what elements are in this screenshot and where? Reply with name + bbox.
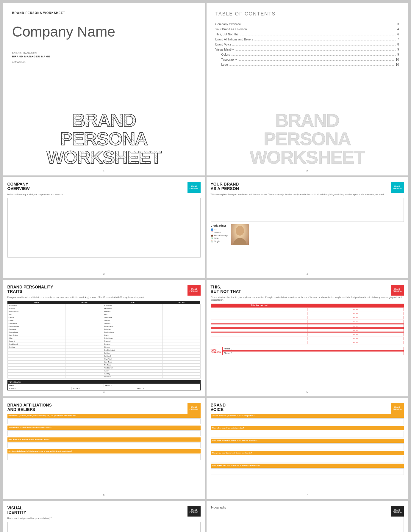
tnt-this-3[interactable]: [211, 316, 307, 319]
affil-a2[interactable]: [7, 430, 201, 436]
tnt-not-1: but not: [307, 307, 404, 311]
salary-icon: 💲: [211, 237, 213, 240]
tnt-this-9[interactable]: [211, 341, 307, 344]
phrase-1[interactable]: Phrase 1: [222, 347, 404, 351]
toc-label-3: Brand Affiliations and Beliefs: [215, 38, 253, 41]
page-company-overview: BRANDPERSONA COMPANYOVERVIEW Write a bri…: [3, 177, 205, 278]
visual-title: VISUALIDENTITY: [7, 506, 55, 515]
tnt-row-4: but not: [211, 320, 404, 324]
tnt-this-4[interactable]: [211, 320, 307, 324]
tnt-row-3: but not: [211, 316, 404, 319]
age-icon: 👤: [211, 228, 213, 231]
brand-badge-person: BRANDPERSONA: [391, 182, 404, 193]
person-photo: [231, 224, 249, 245]
top2-phrases: Phrase 1 Phrase 2: [222, 347, 404, 356]
toc-label-1: Your Brand as a Person: [215, 28, 247, 31]
overview-content-box[interactable]: [7, 198, 201, 258]
traits-col-trait2: TRAIT: [103, 301, 163, 304]
tnt-this-1[interactable]: [211, 307, 307, 311]
toc-dots-7: [238, 60, 395, 61]
brand-badge-voice: BRANDPERSONA: [391, 403, 404, 414]
table-row: BoldFun: [7, 313, 200, 316]
typography-box[interactable]: [211, 511, 404, 532]
tnt-this-7[interactable]: [211, 332, 307, 336]
traits-top5-row1: TRAIT 1 TRAIT 2: [8, 384, 200, 387]
visual-main-box[interactable]: [7, 522, 201, 532]
affil-q1: What ideals (political, social, environm…: [7, 414, 201, 418]
tnt-this-2[interactable]: [211, 312, 307, 315]
page-this-not-that: BRANDPERSONA THIS,BUT NOT THAT Choose ad…: [207, 280, 408, 396]
voice-title: BRANDVOICE: [211, 403, 258, 412]
toc-big-text: BRANDPERSONAWORKSHEET: [207, 111, 408, 167]
person-age: 35: [214, 228, 217, 230]
page-grid: BRAND PERSONA WORKSHEET Company Name BRA…: [3, 3, 408, 532]
traits-col-score1: SCORE: [65, 301, 103, 304]
trait-5: TRAIT 5: [136, 387, 200, 390]
svg-point-1: [236, 226, 244, 236]
toc-item-3: Brand Affiliations and Beliefs 7: [215, 38, 399, 41]
toc-label-7: Typography: [221, 58, 237, 61]
tnt-not-5: but not: [307, 324, 404, 328]
tnt-this-6[interactable]: [211, 328, 307, 332]
affil-a3[interactable]: [7, 442, 201, 448]
toc-page-0: 3: [397, 23, 399, 26]
table-row: ElegantRugged: [7, 340, 200, 343]
tnt-not-8: but not: [307, 337, 404, 340]
table-row: EdgyRebellious: [7, 337, 200, 340]
voice-a1[interactable]: [211, 418, 404, 425]
tnt-description: Choose adjectives that describe your key…: [211, 296, 404, 301]
toc-label-0: Company Overview: [215, 23, 241, 26]
table-row: AltruisticFeminine: [7, 307, 200, 310]
brand-person-title: YOUR BRANDAS A PERSON: [211, 182, 258, 191]
tnt-content: This, but not that. but not but not but …: [211, 304, 404, 344]
voice-a2[interactable]: [211, 431, 404, 437]
tnt-this-5[interactable]: [211, 324, 307, 328]
cover-date: 00/00/0000: [12, 61, 196, 64]
trait-2: TRAIT 2: [104, 384, 200, 387]
toc-item-6: Colors 9: [215, 53, 399, 56]
affil-a4[interactable]: [7, 454, 201, 460]
trait-1: TRAIT 1: [8, 384, 104, 387]
toc-label-6: Colors: [221, 53, 230, 56]
table-row: Warm: [7, 369, 200, 372]
voice-q3: What voice would not appeal to your targ…: [211, 439, 404, 443]
brand-person-content-box[interactable]: [211, 198, 404, 222]
traits-top5-row2: TRAIT 3 TRAIT 4 TRAIT 5: [8, 387, 200, 390]
traits-top5-header: TOP 5 TRAITS: [8, 381, 200, 384]
table-row: CaringMasculine: [7, 316, 200, 319]
toc-label-5: Visual Identity: [215, 48, 234, 51]
cover-company-name: Company Name: [12, 23, 196, 40]
cover-page-number: 1: [103, 170, 104, 172]
toc-big-text-area: BRANDPERSONAWORKSHEET: [207, 111, 408, 167]
toc-page-6: 9: [397, 53, 399, 56]
tnt-row-8: but not: [211, 337, 404, 340]
overview-title: COMPANYOVERVIEW: [7, 182, 55, 191]
person-salary: $85k: [214, 237, 219, 239]
affil-a1[interactable]: [7, 418, 201, 424]
cover-big-text: BRANDPERSONAWORKSHEET: [3, 111, 205, 167]
traits-col-trait1: TRAIT: [7, 301, 65, 304]
table-row: EstablishedSerious: [7, 343, 200, 346]
toc-label-4: Brand Voice: [215, 43, 232, 46]
toc-item-4: Brand Voice 8: [215, 43, 399, 46]
traits-title: BRAND PERSONALITY TRAITS: [7, 285, 55, 294]
voice-a3[interactable]: [211, 443, 404, 450]
tnt-this-8[interactable]: [211, 337, 307, 340]
tnt-not-7: but not: [307, 332, 404, 336]
affil-content: What ideals (political, social, environm…: [7, 414, 201, 460]
voice-a5[interactable]: [211, 468, 404, 475]
voice-q5: What makes your voice different from you…: [211, 464, 404, 468]
tnt-row-2: but not: [211, 312, 404, 315]
brand-badge-traits: BRANDPERSONA: [187, 285, 201, 296]
traits-col-score2: SCORE: [162, 301, 200, 304]
toc-item-5: Visual Identity 9: [215, 48, 399, 51]
voice-a4[interactable]: [211, 456, 404, 462]
phrase-2[interactable]: Phrase 2: [222, 351, 404, 355]
page-personality-traits: BRANDPERSONA BRAND PERSONALITY TRAITS Ra…: [3, 280, 205, 396]
tnt-not-9: but not: [307, 341, 404, 344]
toc-label-8: Logo: [221, 63, 228, 66]
toc-item-0: Company Overview 3: [215, 23, 399, 26]
toc-item-8: Logo 10: [215, 63, 399, 66]
typography-label: Typography: [211, 506, 404, 509]
cover-big-text-area: BRANDPERSONAWORKSHEET: [3, 111, 205, 167]
